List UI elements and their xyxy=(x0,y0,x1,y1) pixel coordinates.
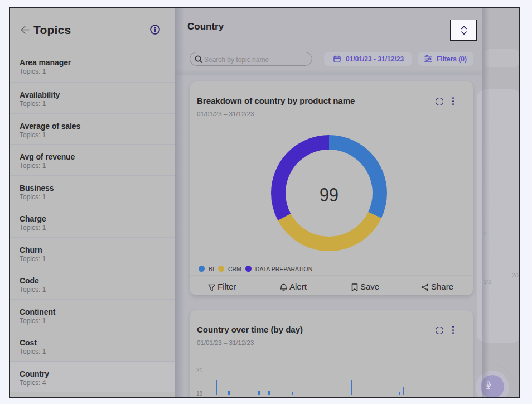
svg-text:99: 99 xyxy=(320,184,338,205)
